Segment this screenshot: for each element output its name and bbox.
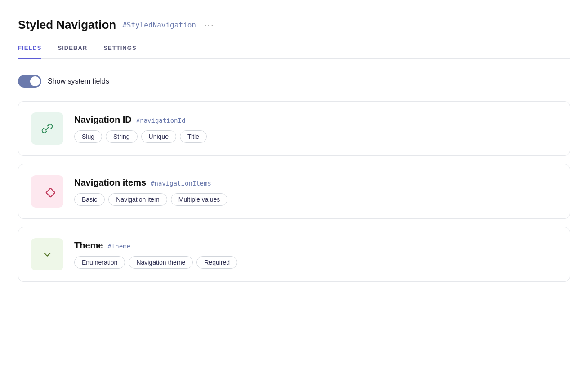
field-card-navigation-id: Navigation ID #navigationId Slug String …	[18, 101, 570, 156]
field-hash-theme: #theme	[107, 243, 130, 250]
field-card-navigation-items: Navigation items #navigationItems Basic …	[18, 164, 570, 219]
field-tags-navigation-id: Slug String Unique Title	[74, 130, 557, 143]
diamond-icon	[40, 184, 55, 199]
field-icon-box-navigation-items	[31, 175, 63, 208]
tag-required[interactable]: Required	[196, 256, 237, 269]
show-system-fields-toggle[interactable]	[18, 75, 41, 88]
field-hash-navigation-items: #navigationItems	[151, 180, 211, 187]
tag-navigation-item[interactable]: Navigation item	[108, 193, 167, 206]
field-tags-navigation-items: Basic Navigation item Multiple values	[74, 193, 557, 206]
tab-fields[interactable]: FIELDS	[18, 44, 41, 59]
page-hash: #StyledNavigation	[122, 21, 196, 29]
tab-sidebar[interactable]: SIDEBAR	[58, 44, 87, 59]
field-title-row-navigation-id: Navigation ID #navigationId	[74, 115, 557, 125]
field-name-navigation-id: Navigation ID	[74, 115, 132, 125]
field-title-row-theme: Theme #theme	[74, 240, 557, 251]
tag-multiple-values[interactable]: Multiple values	[171, 193, 228, 206]
field-card-theme: Theme #theme Enumeration Navigation them…	[18, 227, 570, 282]
tag-basic[interactable]: Basic	[74, 193, 105, 206]
tag-navigation-theme[interactable]: Navigation theme	[129, 256, 193, 269]
field-title-row-navigation-items: Navigation items #navigationItems	[74, 177, 557, 188]
show-system-fields-row: Show system fields	[18, 75, 570, 88]
field-icon-box-navigation-id	[31, 112, 63, 145]
page-header: Styled Navigation #StyledNavigation ···	[18, 18, 570, 32]
tab-settings[interactable]: SETTINGS	[103, 44, 136, 59]
tag-slug[interactable]: Slug	[74, 130, 102, 143]
tag-title[interactable]: Title	[180, 130, 207, 143]
tag-enumeration[interactable]: Enumeration	[74, 256, 125, 269]
svg-rect-0	[46, 188, 55, 197]
more-options-icon[interactable]: ···	[204, 20, 214, 30]
field-content-navigation-items: Navigation items #navigationItems Basic …	[74, 177, 557, 206]
tag-string[interactable]: String	[106, 130, 138, 143]
field-name-navigation-items: Navigation items	[74, 177, 146, 188]
field-hash-navigation-id: #navigationId	[136, 117, 186, 124]
tab-bar: FIELDS SIDEBAR SETTINGS	[18, 44, 570, 59]
chevron-down-icon	[40, 247, 55, 262]
field-tags-theme: Enumeration Navigation theme Required	[74, 256, 557, 269]
field-content-navigation-id: Navigation ID #navigationId Slug String …	[74, 115, 557, 143]
show-system-fields-label: Show system fields	[48, 77, 109, 85]
link-icon	[40, 121, 55, 136]
page-title: Styled Navigation	[18, 18, 116, 32]
tag-unique[interactable]: Unique	[141, 130, 176, 143]
field-name-theme: Theme	[74, 240, 103, 251]
field-icon-box-theme	[31, 238, 63, 270]
field-content-theme: Theme #theme Enumeration Navigation them…	[74, 240, 557, 269]
